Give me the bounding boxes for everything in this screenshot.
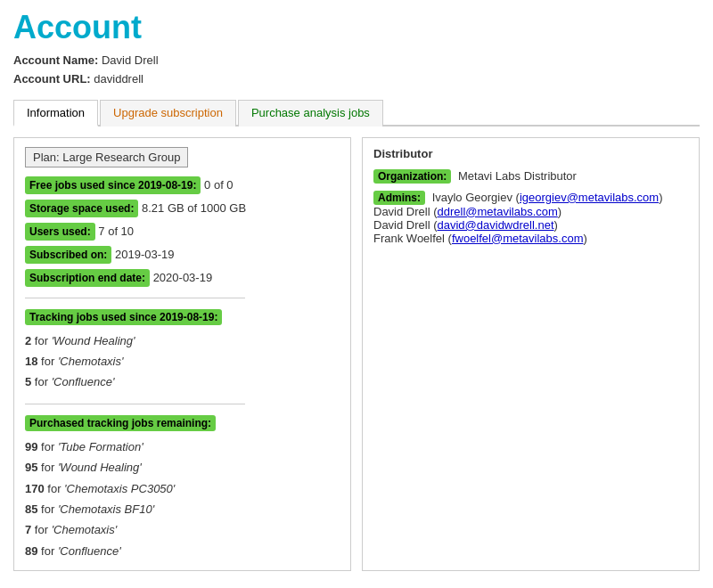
end-date-row: Subscription end date: 2020-03-19	[25, 269, 340, 287]
job-label: 'Tube Formation'	[58, 440, 143, 453]
admin-email-link[interactable]: david@davidwdrell.net	[438, 218, 554, 232]
job-label: 'Confluence'	[52, 375, 115, 388]
account-url-label: Account URL:	[13, 72, 91, 86]
admin-email-link[interactable]: ddrell@metavilabs.com	[438, 205, 558, 218]
plan-badge: Plan: Large Research Group	[25, 147, 188, 167]
purchased-job-item: 89 for 'Confluence'	[25, 541, 340, 561]
purchased-job-item: 99 for 'Tube Formation'	[25, 437, 340, 457]
account-name-row: Account Name: David Drell	[13, 52, 700, 70]
distributor-title: Distributor	[373, 147, 688, 160]
purchased-job-item: 85 for 'Chemotaxis BF10'	[25, 499, 340, 519]
job-num: 5	[25, 375, 31, 388]
job-label: 'Wound Healing'	[52, 334, 135, 347]
tab-purchase[interactable]: Purchase analysis jobs	[238, 100, 383, 127]
tracking-jobs-list: 2 for 'Wound Healing'18 for 'Chemotaxis'…	[25, 331, 340, 393]
tab-bar: Information Upgrade subscription Purchas…	[13, 98, 700, 127]
subscribed-row: Subscribed on: 2019-03-19	[25, 246, 340, 264]
purchased-section: Purchased tracking jobs remaining: 99 fo…	[25, 415, 340, 561]
job-num: 18	[25, 355, 37, 368]
free-jobs-value: 0 of 0	[204, 178, 234, 192]
purchased-job-item: 170 for 'Chemotaxis PC3050'	[25, 478, 340, 499]
account-meta: Account Name: David Drell Account URL: d…	[13, 52, 700, 89]
purchased-job-item: 7 for 'Chemotaxis'	[25, 519, 340, 540]
job-num: 7	[25, 523, 31, 536]
users-value: 7 of 10	[98, 225, 134, 238]
admin-item: Frank Woelfel (fwoelfel@metavilabs.com)	[373, 232, 587, 245]
users-row: Users used: 7 of 10	[25, 223, 340, 241]
free-jobs-label: Free jobs used since 2019-08-19:	[25, 176, 201, 194]
job-label: 'Chemotaxis BF10'	[58, 502, 154, 516]
job-label: 'Wound Healing'	[58, 461, 142, 474]
job-num: 85	[25, 502, 37, 516]
admin-item: David Drell (david@davidwdrell.net)	[373, 218, 558, 232]
org-value: Metavi Labs Distributor	[458, 169, 577, 183]
tracking-label: Tracking jobs used since 2019-08-19:	[25, 309, 222, 325]
divider-1	[25, 298, 245, 298]
tracking-section: Tracking jobs used since 2019-08-19: 2 f…	[25, 309, 340, 393]
end-date-label: Subscription end date:	[25, 269, 150, 287]
tab-upgrade[interactable]: Upgrade subscription	[100, 100, 236, 127]
account-name-value: David Drell	[102, 53, 159, 67]
tracking-job-item: 18 for 'Chemotaxis'	[25, 351, 340, 372]
job-label: 'Chemotaxis PC3050'	[64, 482, 175, 495]
account-name-label: Account Name:	[13, 53, 98, 67]
job-num: 170	[25, 482, 45, 495]
users-label: Users used:	[25, 223, 95, 241]
purchased-jobs-list: 99 for 'Tube Formation'95 for 'Wound Hea…	[25, 437, 340, 561]
tracking-job-item: 5 for 'Confluence'	[25, 372, 340, 392]
purchased-label: Purchased tracking jobs remaining:	[25, 415, 216, 431]
job-num: 89	[25, 544, 37, 558]
free-jobs-row: Free jobs used since 2019-08-19: 0 of 0	[25, 176, 340, 194]
storage-label: Storage space used:	[25, 200, 138, 217]
admins-row: Admins: Ivaylo Georgiev (igeorgiev@metav…	[373, 191, 688, 245]
job-num: 2	[25, 334, 31, 347]
right-panel: Distributor Organization: Metavi Labs Di…	[362, 137, 700, 572]
content-area: Plan: Large Research Group Free jobs use…	[13, 137, 700, 572]
page-title: Account	[13, 9, 700, 46]
job-num: 99	[25, 440, 37, 453]
job-label: 'Chemotaxis'	[58, 355, 124, 368]
tab-information[interactable]: Information	[13, 100, 98, 127]
admin-email-link[interactable]: fwoelfel@metavilabs.com	[452, 232, 584, 245]
end-date-value: 2020-03-19	[153, 271, 213, 284]
job-label: 'Confluence'	[58, 544, 121, 558]
admin-item: Ivaylo Georgiev (igeorgiev@metavilabs.co…	[432, 191, 663, 204]
storage-value: 8.21 GB of 1000 GB	[142, 201, 246, 215]
org-row: Organization: Metavi Labs Distributor	[373, 169, 688, 184]
admin-item: David Drell (ddrell@metavilabs.com)	[373, 205, 561, 218]
account-url-row: Account URL: daviddrell	[13, 70, 700, 89]
storage-row: Storage space used: 8.21 GB of 1000 GB	[25, 200, 340, 217]
org-label: Organization:	[373, 169, 451, 184]
job-num: 95	[25, 461, 37, 474]
job-label: 'Chemotaxis'	[52, 523, 118, 536]
purchased-job-item: 95 for 'Wound Healing'	[25, 457, 340, 478]
account-url-value: daviddrell	[94, 72, 143, 86]
divider-2	[25, 404, 245, 404]
admins-label: Admins:	[373, 191, 425, 205]
left-panel: Plan: Large Research Group Free jobs use…	[13, 137, 351, 572]
admin-email-link[interactable]: igeorgiev@metavilabs.com	[520, 191, 659, 204]
subscribed-label: Subscribed on:	[25, 246, 111, 264]
tracking-job-item: 2 for 'Wound Healing'	[25, 331, 340, 351]
subscribed-value: 2019-03-19	[115, 248, 175, 261]
